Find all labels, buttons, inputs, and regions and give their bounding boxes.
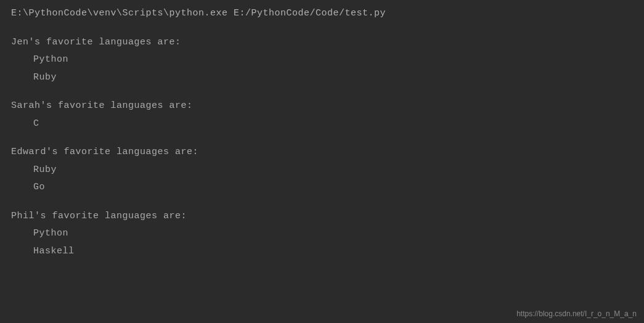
block-item: C xyxy=(11,115,633,133)
block-item: Ruby xyxy=(11,69,633,87)
block-item: Haskell xyxy=(11,243,633,261)
output-block: Sarah's favorite languages are: C xyxy=(11,97,633,133)
block-header: Jen's favorite languages are: xyxy=(11,34,633,52)
output-block: Edward's favorite languages are: Ruby Go xyxy=(11,144,633,197)
console-output: E:\PythonCode\venv\Scripts\python.exe E:… xyxy=(0,0,644,265)
block-header: Phil's favorite languages are: xyxy=(11,208,633,226)
block-header: Edward's favorite languages are: xyxy=(11,144,633,162)
block-header: Sarah's favorite languages are: xyxy=(11,97,633,115)
block-item: Go xyxy=(11,179,633,197)
command-line: E:\PythonCode\venv\Scripts\python.exe E:… xyxy=(11,5,633,23)
output-block: Phil's favorite languages are: Python Ha… xyxy=(11,208,633,261)
block-item: Python xyxy=(11,225,633,243)
output-block: Jen's favorite languages are: Python Rub… xyxy=(11,34,633,87)
watermark-text: https://blog.csdn.net/I_r_o_n_M_a_n xyxy=(516,309,637,318)
block-item: Ruby xyxy=(11,162,633,179)
block-item: Python xyxy=(11,51,633,69)
